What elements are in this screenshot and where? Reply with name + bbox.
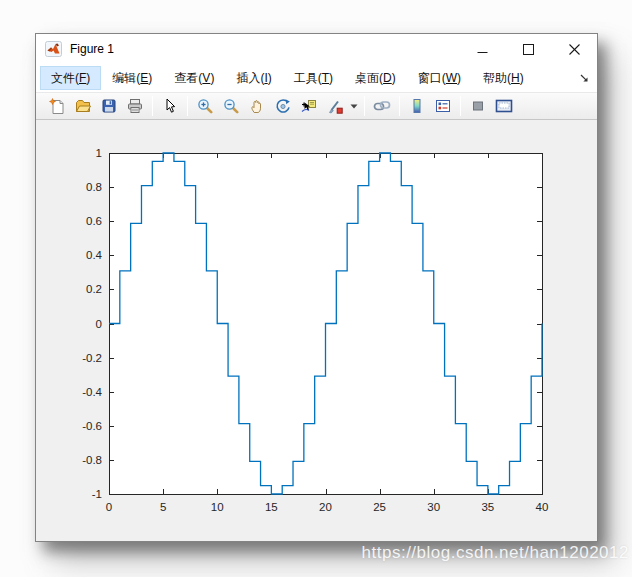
svg-text:-0.6: -0.6 (82, 420, 102, 432)
pan-button[interactable] (244, 94, 270, 118)
rotate-3d-button[interactable] (270, 94, 296, 118)
svg-text:35: 35 (481, 501, 494, 513)
svg-text:0.8: 0.8 (86, 181, 102, 193)
menu-item-e[interactable]: 编辑(E) (101, 66, 163, 90)
save-icon (101, 98, 117, 114)
stairs-plot[interactable]: 0510152025303540-1-0.8-0.6-0.4-0.200.20.… (36, 120, 597, 541)
svg-text:40: 40 (536, 501, 549, 513)
maximize-button[interactable] (505, 34, 551, 64)
close-icon (569, 44, 580, 55)
svg-text:25: 25 (373, 501, 386, 513)
titlebar[interactable]: Figure 1 (36, 34, 597, 64)
menu-overflow-button[interactable] (580, 64, 589, 92)
figure-toolbar (36, 92, 597, 120)
show-plot-tools-button[interactable] (491, 94, 517, 118)
edit-plot-button[interactable] (157, 94, 183, 118)
menu-item-w[interactable]: 窗口(W) (407, 66, 472, 90)
insert-colorbar-button[interactable] (404, 94, 430, 118)
menu-item-h[interactable]: 帮助(H) (472, 66, 535, 90)
legend-icon (435, 98, 451, 114)
pan-hand-icon (249, 98, 265, 114)
menu-item-i[interactable]: 插入(I) (225, 66, 282, 90)
print-figure-button[interactable] (122, 94, 148, 118)
brush-data-button[interactable] (322, 94, 348, 118)
svg-text:30: 30 (427, 501, 440, 513)
screen: Figure 1 文件(F)编辑(E)查看(V)插入(I)工具(T)桌面(D)窗 (0, 0, 632, 577)
svg-text:0: 0 (106, 501, 112, 513)
toolbar-separator (152, 96, 153, 116)
brush-dropdown-button[interactable] (348, 94, 360, 118)
brush-icon (327, 98, 343, 114)
link-icon (373, 98, 391, 114)
figure-canvas: 0510152025303540-1-0.8-0.6-0.4-0.200.20.… (36, 120, 597, 541)
menu-item-t[interactable]: 工具(T) (283, 66, 344, 90)
open-file-button[interactable] (70, 94, 96, 118)
close-button[interactable] (551, 34, 597, 64)
svg-text:0.4: 0.4 (86, 249, 103, 261)
watermark: https://blog.csdn.net/han1202012 (362, 543, 629, 563)
hide-plot-tools-button[interactable] (465, 94, 491, 118)
svg-text:-1: -1 (92, 488, 102, 500)
figure-window: Figure 1 文件(F)编辑(E)查看(V)插入(I)工具(T)桌面(D)窗 (35, 33, 598, 542)
svg-text:20: 20 (319, 501, 332, 513)
zoom-out-icon (223, 98, 239, 114)
pointer-icon (162, 98, 178, 114)
svg-text:15: 15 (265, 501, 278, 513)
zoom-in-button[interactable] (192, 94, 218, 118)
hide-plot-tools-icon (470, 98, 486, 114)
new-figure-icon (49, 98, 65, 114)
new-figure-button[interactable] (44, 94, 70, 118)
toolbar-separator (187, 96, 188, 116)
minimize-icon (477, 44, 488, 55)
printer-icon (127, 98, 143, 114)
data-cursor-icon (301, 98, 317, 114)
window-title: Figure 1 (70, 42, 114, 56)
rotate-3d-icon (275, 98, 291, 114)
zoom-in-icon (197, 98, 213, 114)
matlab-logo-icon (45, 41, 62, 57)
svg-text:10: 10 (211, 501, 224, 513)
svg-text:0.6: 0.6 (86, 215, 102, 227)
colorbar-icon (409, 98, 425, 114)
svg-text:5: 5 (160, 501, 166, 513)
svg-text:-0.2: -0.2 (82, 352, 102, 364)
menu-item-d[interactable]: 桌面(D) (344, 66, 407, 90)
toolbar-separator (460, 96, 461, 116)
menu-item-v[interactable]: 查看(V) (163, 66, 225, 90)
svg-text:-0.4: -0.4 (82, 386, 102, 398)
dropdown-caret-icon (350, 104, 358, 109)
menubar: 文件(F)编辑(E)查看(V)插入(I)工具(T)桌面(D)窗口(W)帮助(H) (36, 64, 597, 92)
open-folder-icon (75, 98, 91, 114)
svg-text:-0.8: -0.8 (82, 454, 102, 466)
maximize-icon (523, 44, 534, 55)
menu-item-f[interactable]: 文件(F) (40, 66, 101, 90)
svg-text:1: 1 (96, 147, 102, 159)
show-plot-tools-icon (495, 98, 513, 114)
link-plot-button[interactable] (369, 94, 395, 118)
toolbar-separator (364, 96, 365, 116)
toolbar-separator (399, 96, 400, 116)
svg-text:0: 0 (96, 318, 102, 330)
data-cursor-button[interactable] (296, 94, 322, 118)
svg-text:0.2: 0.2 (86, 283, 102, 295)
save-figure-button[interactable] (96, 94, 122, 118)
minimize-button[interactable] (459, 34, 505, 64)
zoom-out-button[interactable] (218, 94, 244, 118)
dock-arrow-icon (580, 74, 589, 83)
insert-legend-button[interactable] (430, 94, 456, 118)
